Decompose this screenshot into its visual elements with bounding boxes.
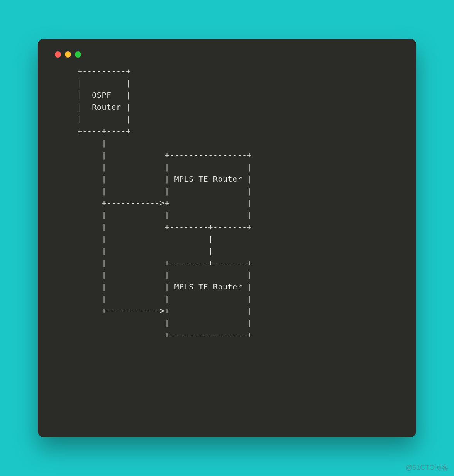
terminal-window: +---------+ | | | OSPF | | Router | | | … — [38, 39, 416, 437]
titlebar — [53, 48, 401, 65]
watermark-text: @51CTO博客 — [405, 463, 449, 472]
close-icon[interactable] — [55, 51, 61, 58]
maximize-icon[interactable] — [75, 51, 81, 58]
ascii-diagram: +---------+ | | | OSPF | | Router | | | … — [53, 65, 401, 341]
minimize-icon[interactable] — [65, 51, 71, 58]
